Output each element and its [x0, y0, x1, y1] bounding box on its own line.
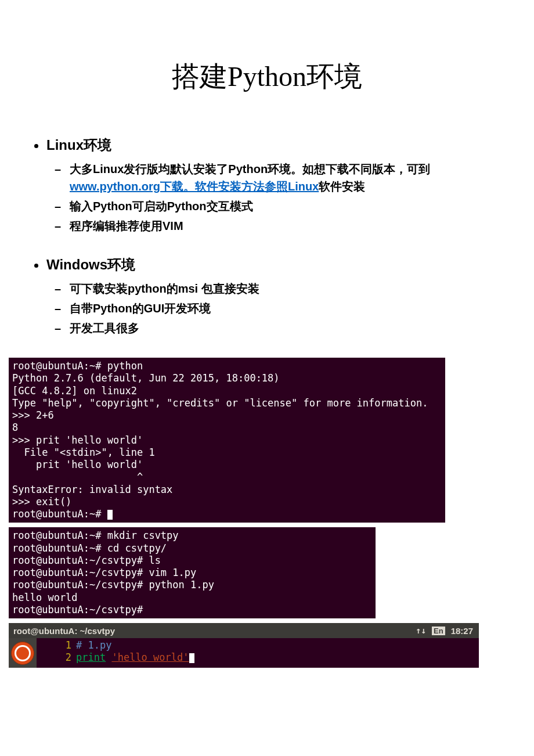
section-windows: Windows环境 可下载安装python的msi 包直接安装 自带Python…	[46, 255, 517, 337]
section-heading: Windows环境	[46, 257, 135, 272]
titlebar-indicators: ↑↓ En 18:27	[416, 625, 473, 636]
editor-line-2: 2 print 'hello world'	[37, 651, 479, 664]
windows-item-1: 可下载安装python的msi 包直接安装	[70, 280, 517, 297]
linux-item-3: 程序编辑推荐使用VIM	[70, 217, 517, 235]
terminal-shell-commands: root@ubuntuA:~# mkdir csvtpy root@ubuntu…	[9, 527, 376, 618]
windows-item-2: 自带Python的GUI开发环境	[70, 300, 517, 317]
terminal-output: root@ubuntuA:~# python Python 2.7.6 (def…	[12, 360, 428, 520]
linux-items: 大多Linux发行版均默认安装了Python环境。如想下载不同版本，可到 www…	[46, 160, 517, 235]
cursor-icon	[107, 510, 113, 520]
windows-item-3: 开发工具很多	[70, 319, 517, 337]
clock: 18:27	[451, 626, 473, 636]
windows-items: 可下载安装python的msi 包直接安装 自带Python的GUI开发环境 开…	[46, 280, 517, 337]
network-icon: ↑↓	[416, 625, 426, 636]
cursor-icon	[189, 653, 194, 663]
code-keyword: print	[76, 651, 106, 663]
linux-item-2: 输入Python可启动Python交互模式	[70, 197, 517, 215]
content-outline: Linux环境 大多Linux发行版均默认安装了Python环境。如想下载不同版…	[17, 136, 517, 337]
text-pre: 大多Linux发行版均默认安装了Python环境。如想下载不同版本，可到	[70, 163, 430, 175]
editor-body: 1 # 1.py 2 print 'hello world'	[37, 638, 479, 668]
terminal-output: root@ubuntuA:~# mkdir csvtpy root@ubuntu…	[12, 530, 214, 615]
section-heading: Linux环境	[46, 137, 111, 153]
page-title: 搭建Python环境	[17, 58, 517, 95]
window-titlebar: root@ubuntuA: ~/csvtpy ↑↓ En 18:27	[9, 623, 479, 638]
terminal-python-repl: root@ubuntuA:~# python Python 2.7.6 (def…	[9, 358, 445, 523]
line-number: 1	[37, 639, 76, 651]
python-org-link[interactable]: www.python.org下载。软件安装方法参照Linux	[70, 180, 319, 193]
ubuntu-logo-icon	[11, 642, 34, 665]
section-linux: Linux环境 大多Linux发行版均默认安装了Python环境。如想下载不同版…	[46, 136, 517, 235]
line-number: 2	[37, 651, 76, 664]
ubuntu-launcher	[9, 638, 37, 668]
linux-item-1: 大多Linux发行版均默认安装了Python环境。如想下载不同版本，可到 www…	[70, 160, 517, 195]
code-comment: # 1.py	[76, 639, 111, 651]
window-title: root@ubuntuA: ~/csvtpy	[13, 626, 115, 636]
code-string: 'hello world'	[111, 651, 189, 663]
editor-line-1: 1 # 1.py	[37, 639, 479, 651]
text-post: 软件安装	[319, 180, 365, 193]
input-language-badge: En	[432, 627, 445, 635]
vim-editor: 1 # 1.py 2 print 'hello world'	[9, 638, 479, 668]
